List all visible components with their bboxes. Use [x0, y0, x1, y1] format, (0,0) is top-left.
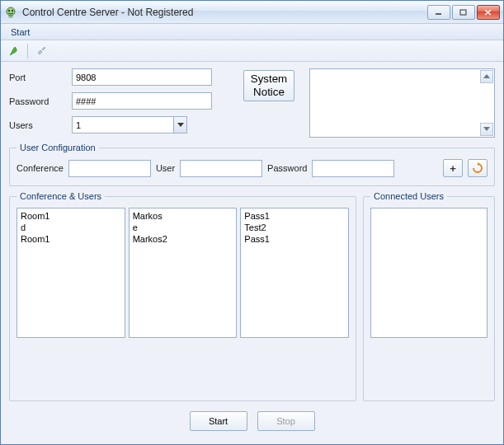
system-notice-button[interactable]: System Notice [243, 70, 294, 101]
list-item[interactable]: Pass1 [244, 233, 345, 245]
users-listbox[interactable]: MarkoseMarkos2 [129, 208, 238, 338]
list-item[interactable]: Pass1 [244, 210, 345, 222]
user-input[interactable] [180, 160, 262, 177]
window-title: Control Centre Server - Not Registered [22, 7, 427, 18]
window-controls [427, 5, 500, 20]
top-row: Port Password Users System Notice [9, 68, 495, 138]
users-combo[interactable] [72, 116, 187, 134]
password-label: Password [9, 96, 67, 106]
connected-listbox[interactable] [370, 208, 488, 338]
list-item[interactable]: Room1 [21, 210, 121, 222]
list-item[interactable]: Room1 [21, 233, 121, 245]
app-icon [4, 6, 17, 19]
connect-icon[interactable] [6, 43, 22, 59]
app-window: Control Centre Server - Not Registered S… [0, 0, 504, 445]
minimize-button[interactable] [427, 5, 450, 20]
svg-point-1 [8, 9, 10, 11]
refresh-button[interactable] [468, 159, 488, 177]
user-config-legend: User Configuration [16, 143, 99, 152]
plus-icon: + [450, 162, 456, 175]
chevron-down-icon[interactable] [173, 117, 186, 133]
list-item[interactable]: Test2 [244, 222, 345, 233]
menu-start[interactable]: Start [6, 26, 35, 39]
content-area: Port Password Users System Notice [1, 62, 503, 444]
connected-users-group: Connected Users [363, 191, 495, 401]
password-input[interactable] [72, 92, 212, 110]
users-label: Users [9, 120, 67, 130]
connected-legend: Connected Users [370, 191, 447, 201]
scroll-down-icon[interactable] [480, 123, 493, 136]
passwords-listbox[interactable]: Pass1Test2Pass1 [240, 208, 349, 338]
port-input[interactable] [72, 68, 212, 86]
list-item[interactable]: e [133, 222, 233, 233]
svg-point-2 [12, 9, 13, 11]
log-textarea[interactable] [309, 68, 495, 138]
conference-users-group: Conference & Users Room1dRoom1 MarkoseMa… [9, 191, 356, 401]
user-label: User [156, 163, 175, 173]
uc-password-input[interactable] [312, 160, 394, 177]
user-configuration-group: User Configuration Conference User Passw… [9, 143, 495, 186]
users-value[interactable] [72, 116, 187, 134]
toolbar-separator [27, 44, 28, 59]
start-button[interactable]: Start [190, 411, 247, 431]
conference-input[interactable] [68, 160, 151, 177]
close-button[interactable] [477, 5, 500, 20]
uc-password-label: Password [267, 163, 307, 173]
disconnect-icon[interactable] [33, 43, 49, 59]
maximize-button[interactable] [452, 5, 475, 20]
stop-button[interactable]: Stop [257, 411, 315, 431]
svg-rect-3 [9, 16, 12, 17]
conf-users-legend: Conference & Users [16, 191, 105, 201]
add-user-button[interactable]: + [443, 159, 463, 177]
list-item[interactable]: Markos2 [133, 233, 233, 245]
port-label: Port [9, 73, 67, 82]
refresh-icon [471, 162, 484, 175]
list-item[interactable]: Markos [133, 210, 233, 222]
server-settings: Port Password Users [9, 68, 212, 134]
list-item[interactable]: d [21, 222, 121, 233]
titlebar: Control Centre Server - Not Registered [1, 1, 503, 24]
scroll-up-icon[interactable] [480, 70, 493, 83]
conference-label: Conference [16, 163, 64, 173]
svg-rect-5 [460, 10, 466, 15]
menubar: Start [1, 24, 503, 40]
rooms-listbox[interactable]: Room1dRoom1 [16, 208, 125, 338]
toolbar [1, 40, 503, 62]
action-buttons: Start Stop [9, 406, 495, 438]
